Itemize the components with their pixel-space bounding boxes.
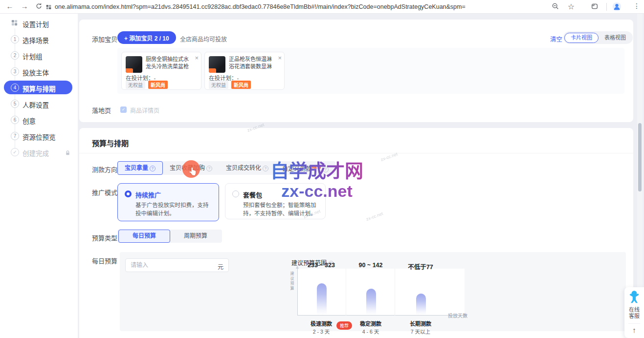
lock-icon [65,149,70,158]
mode-package-option[interactable]: 套餐包 预扣套餐包全额；智能策略加持，不支持暂停、编辑计划。 [225,183,326,219]
help-icon[interactable]: ? [150,166,155,171]
reload-icon[interactable] [35,2,43,12]
scrollbar-thumb[interactable] [638,123,642,191]
mode-continuous-option[interactable]: 持续推广 基于广告投放实时扣费，支持投中编辑计划。 [117,183,219,221]
bar-stable-test [366,289,376,315]
grid-icon [11,19,18,28]
help-icon[interactable]: ? [263,166,268,171]
new-badge: NEW [312,165,321,169]
check-circle-icon: ✓ [11,148,19,156]
tab-conversion[interactable]: 宝贝成交转化? [219,161,275,175]
back-to-top-icon[interactable]: ↑ [624,326,644,334]
category-fast-test: 极速测款 2 - 3 天 [301,319,342,335]
bar-value-label: 233 ~ 323 [298,262,345,269]
mode-name: 持续推广 [135,190,161,199]
plus-icon: + [124,35,128,42]
column-separator [395,269,395,316]
sidebar-item-label: 选择场景 [22,35,49,45]
no-rights-tag: 无权益 [126,81,145,89]
widget-divider [628,323,640,324]
online-service-label[interactable]: 在线客服 [624,307,644,319]
sidebar-item-audience[interactable]: 5 人群设置 [0,98,78,110]
site-info-icon[interactable] [45,3,52,12]
sidebar-item-plan-group[interactable]: 2 计划组 [0,50,78,62]
sidebar-item-creative[interactable]: 6 创意 [0,114,78,126]
add-product-button[interactable]: + 添加宝贝 2 / 10 [117,31,176,44]
section-title: 预算与排期 [92,138,129,148]
service-widget: 在线客服 ↑ [624,287,644,338]
add-products-hint: 全店商品均可投放 [180,35,227,43]
tab-groups-icon[interactable] [591,2,599,12]
sidebar-item-label: 投放主体 [22,67,49,77]
close-icon[interactable]: × [195,54,199,62]
chart-x-axis-label: 投放天数 [448,312,467,319]
landing-option-label: 商品详情页 [130,106,159,114]
bar-longterm-test [416,294,426,315]
radio-selected[interactable] [125,190,132,197]
landing-page-label: 落地页 [92,106,111,115]
step-number: 6 [11,116,19,124]
page-background: 设置计划 1 选择场景 2 计划组 3 投放主体 4 预算与排期 5 人群设置 … [0,14,644,338]
bar-value-label: 90 ~ 142 [347,262,394,269]
product-card[interactable]: 厨房全铜抽拉式水龙头冷热洗菜盆枪灰池水... × 在投计划：- 无权益 新风尚 [121,52,201,90]
browser-bar: ← → one.alimama.com/index.html?spm=a21dv… [0,0,644,14]
sidebar-item-setup-plan[interactable]: 设置计划 [0,18,78,29]
menu-dots-icon[interactable]: ⋮ [632,2,642,10]
card-view-toggle[interactable]: 卡片视图 [564,33,599,43]
mode-description: 预扣套餐包全额；智能策略加持，不支持暂停、编辑计划。 [243,201,321,218]
sidebar-item-label: 计划组 [22,51,43,61]
sidebar-item-label: 创建完成 [22,148,49,158]
sidebar-item-label: 人群设置 [22,100,49,109]
product-thumbnail [126,56,142,73]
close-icon[interactable]: × [278,54,282,62]
mode-name: 套餐包 [243,190,262,199]
help-icon[interactable]: ? [323,167,329,172]
step-number: 3 [11,67,19,76]
bar-fast-test [317,283,327,315]
tab-item-volume[interactable]: 宝贝拿量? [117,161,163,175]
table-view-toggle[interactable]: 表格视图 [599,33,632,42]
mascot-icon[interactable] [628,290,641,307]
chart-plot-area [297,269,465,316]
sidebar-item-create-complete: ✓ 创建完成 [0,147,78,158]
bookmark-star-icon[interactable]: ☆ [566,2,576,11]
daily-budget-tab[interactable]: 每日预算 [118,230,170,243]
product-cards-panel: 厨房全铜抽拉式水龙头冷热洗菜盆枪灰池水... × 在投计划：- 无权益 新风尚 … [117,48,624,94]
landing-checkbox[interactable]: ✓ [120,106,127,113]
test-direction-tabs: 宝贝拿量? 宝贝收藏加购? 宝贝成交转化? 自定义测款NEW? [117,161,335,175]
daily-budget-input[interactable] [131,259,209,271]
sidebar-item-label: 预算与排期 [22,84,56,93]
column-separator [346,269,346,316]
radio-unselected[interactable] [232,190,239,197]
category-longterm-test: 长期测款 7 天以上 [400,319,441,335]
tab-custom-test[interactable]: 自定义测款NEW? [275,161,335,176]
period-budget-tab[interactable]: 周期预算 [170,230,221,243]
thumbnail-badge [126,68,133,73]
forward-icon[interactable]: → [20,2,29,10]
profile-avatar[interactable] [612,2,622,13]
budget-type-tabs: 每日预算 周期预算 [117,230,222,243]
mode-description: 基于广告投放实时扣费，支持投中编辑计划。 [135,201,214,218]
category-stable-test: 稳定测款 4 - 6 天 [350,319,391,335]
test-direction-label: 测款方向 [92,165,117,174]
sidebar-item-budget-schedule[interactable]: 4 预算与排期 [0,82,78,94]
clear-all-link[interactable]: 清空 [550,34,562,43]
url-bar[interactable]: one.alimama.com/index.html?spm=a21dvs.28… [55,3,466,10]
budget-schedule-card: 预算与排期 测款方向 宝贝拿量? 宝贝收藏加购? 宝贝成交转化? 自定义测款NE… [79,128,633,338]
product-title: 厨房全铜抽拉式水龙头冷热洗菜盆枪灰池水... [146,56,192,70]
help-icon[interactable]: ? [206,166,212,171]
daily-budget-label: 每日预算 [92,256,117,265]
sidebar-item-label: 创意 [22,116,36,126]
add-products-label: 添加宝贝 [92,34,117,43]
sidebar-item-placement-preview[interactable]: 7 资源位预览 [0,130,78,142]
chart-y-axis-label: 建议预算 [289,272,294,291]
product-card[interactable]: 正品枪灰色恒温淋浴花洒套装数显淋雨浴全... × 在投计划：- 无权益 新风尚 [204,52,285,90]
step-number: 5 [11,100,19,108]
zoom-icon[interactable] [552,2,559,12]
new-trend-tag: 新风尚 [231,81,251,89]
thumbnail-badge [209,68,216,73]
product-thumbnail [209,56,225,73]
sidebar-item-target[interactable]: 3 投放主体 [0,66,78,78]
sidebar-item-scene[interactable]: 1 选择场景 [0,34,78,45]
back-icon[interactable]: ← [5,2,15,10]
